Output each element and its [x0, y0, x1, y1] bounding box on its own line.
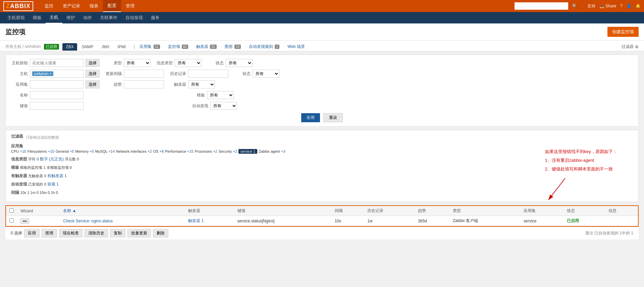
host-group-input[interactable]	[30, 59, 84, 67]
wizard-btn[interactable]: •••	[20, 218, 29, 224]
nav-monitor[interactable]: 监控	[40, 0, 58, 12]
row-checkbox[interactable]	[9, 218, 14, 223]
ftag-memory[interactable]: Memory +5	[75, 149, 94, 153]
host-tag-input[interactable]: srtAdmin ×	[30, 70, 84, 78]
appset-input[interactable]	[30, 80, 84, 88]
ftag-mysql[interactable]: MySQL +14	[95, 149, 115, 153]
ftag-1m[interactable]: 1m 0	[30, 191, 40, 195]
tab-ipmi[interactable]: IPMI	[114, 43, 129, 51]
trigger-link[interactable]: 触发器 1	[188, 218, 204, 223]
host-tag-close[interactable]: ×	[49, 72, 51, 76]
autodiscover-select[interactable]: 所有	[210, 102, 237, 110]
ftag-10m[interactable]: 10m 0	[40, 191, 51, 195]
ftag-rule-link[interactable]: 策规 1	[47, 182, 59, 187]
select-all-checkbox[interactable]	[9, 208, 14, 213]
ftag-template-monitor[interactable]: 模板的监控项 1	[20, 165, 46, 169]
sort-name-link[interactable]: 名称 ▲	[63, 208, 76, 213]
batch-disable-btn[interactable]: 禁用	[42, 229, 57, 237]
filter-summary-title: 过滤器	[11, 134, 23, 139]
infotype-section-title: 信息类型	[11, 157, 27, 161]
row-trend: 365d	[415, 216, 449, 226]
ftag-os[interactable]: OS +8	[153, 149, 164, 153]
apply-button[interactable]: 应用	[301, 113, 320, 122]
subnav-service[interactable]: 服务	[147, 12, 164, 23]
ftag-network[interactable]: Network interfaces +2	[116, 149, 152, 153]
ftag-cpu[interactable]: CPU +15	[11, 149, 26, 153]
appset-select-btn[interactable]: 选择	[86, 80, 100, 88]
subnav-maintain[interactable]: 维护	[62, 12, 79, 23]
ftag-security[interactable]: Security +2	[219, 149, 237, 153]
type-select[interactable]: 所有	[124, 59, 151, 67]
select-count: 0 选择	[11, 230, 22, 236]
batch-apply-btn[interactable]: 应用	[24, 229, 40, 237]
ftag-processes[interactable]: Processes +2	[195, 149, 217, 153]
ftag-general[interactable]: General +5	[56, 149, 74, 153]
nav-admin[interactable]: 管理	[121, 0, 139, 12]
search-input-top[interactable]	[515, 2, 568, 10]
nav-reports[interactable]: 报表	[85, 0, 103, 12]
link-web-scene[interactable]: Web 场景	[284, 43, 308, 51]
subnav-autodiscover[interactable]: 自动发现	[121, 12, 147, 23]
status2-select[interactable]: 所有	[253, 70, 279, 78]
update-interval-input[interactable]	[124, 70, 164, 78]
subnav-action[interactable]: 动作	[79, 12, 96, 23]
host-group-select-btn[interactable]: 选择	[86, 59, 100, 67]
tab-snmp[interactable]: SNMP	[78, 43, 97, 51]
ftag-nontemplate[interactable]: 非模板监控项 0	[47, 165, 72, 169]
subnav-host-group[interactable]: 主机群组	[3, 12, 29, 23]
ftag-10s[interactable]: 10s 1	[20, 191, 30, 195]
tab-jmx[interactable]: JMX	[98, 43, 113, 51]
ftag-discovered[interactable]: 已发现的 0	[28, 182, 47, 186]
tab-zbx[interactable]: ZBX	[62, 43, 77, 51]
link-monitor-item[interactable]: 监控项 61	[165, 43, 192, 51]
clear-history-btn[interactable]: 清除历史	[85, 229, 108, 237]
filter-toggle[interactable]: 过滤器 ⚙	[622, 44, 639, 50]
subnav-template[interactable]: 模板	[29, 12, 46, 23]
batch-update-btn[interactable]: 批量更新	[127, 229, 151, 237]
ftag-service-active[interactable]: service 1	[238, 149, 257, 154]
name-input[interactable]	[30, 91, 84, 99]
trend-input[interactable]	[124, 80, 164, 88]
info-type-select[interactable]: 所有	[175, 59, 202, 67]
nav-assets[interactable]: 资产记录	[58, 0, 85, 12]
ftag-1h[interactable]: 1h 0	[51, 191, 58, 195]
copy-btn[interactable]: 复制	[110, 229, 125, 237]
ftag-performance[interactable]: Performance +15	[165, 149, 194, 153]
host-select-btn[interactable]: 选择	[86, 70, 100, 78]
create-monitor-button[interactable]: 创建监控项	[607, 27, 639, 37]
template-select[interactable]: 所有	[207, 91, 234, 99]
delete-btn[interactable]: 删除	[153, 229, 168, 237]
filter-form: 主机群组 选择 类型 所有 信息类型 所有 状态 所有	[5, 55, 639, 127]
history-input[interactable]	[188, 70, 228, 78]
share-link[interactable]: 📤 Share	[599, 4, 616, 8]
ftag-number-link[interactable]: 数字 (元正负)	[40, 157, 64, 161]
enabled-tag: 已启用	[44, 44, 59, 50]
ftag-zabbix-agent[interactable]: Zabbix agent +3	[259, 149, 285, 153]
link-autodiscover-rule[interactable]: 自动发现规则 2	[246, 43, 283, 51]
check-now-btn[interactable]: 现在检查	[59, 229, 83, 237]
row-type: Zabbix 客户端	[449, 216, 521, 226]
ftag-has-trigger-link[interactable]: 有触发器 1	[47, 173, 67, 178]
support-link[interactable]: ❓ 支持	[581, 3, 595, 9]
subnav-event[interactable]: 关联事件	[96, 12, 121, 23]
search-icon[interactable]: 🔍	[572, 4, 577, 8]
nav-config[interactable]: 配置	[103, 0, 121, 12]
row-trigger: 触发器 1	[185, 216, 234, 226]
logout-icon[interactable]: 🔔	[636, 4, 641, 8]
subnav-host[interactable]: 主机	[46, 12, 62, 23]
status1-select[interactable]: 所有	[226, 59, 253, 67]
help-icon[interactable]: ?	[620, 4, 623, 8]
header-appset: 应用集	[520, 206, 564, 216]
link-graph[interactable]: 图形 10	[221, 43, 244, 51]
info-type-label: 信息类型	[156, 60, 173, 66]
trigger-select[interactable]: 所有	[188, 80, 215, 88]
key-input[interactable]	[30, 102, 84, 110]
reset-button[interactable]: 重设	[323, 113, 343, 122]
ftag-no-trigger[interactable]: 无触发器 0	[28, 174, 47, 178]
ftag-filesystems[interactable]: Filesystems +10	[28, 149, 54, 153]
row-checkbox-cell	[6, 216, 17, 226]
link-trigger[interactable]: 触发器 21	[193, 43, 220, 51]
link-appset[interactable]: 应用集 12	[136, 43, 163, 51]
item-name-link[interactable]: Check Service: nginx.status	[63, 219, 113, 223]
user-icon[interactable]: 👤	[627, 4, 632, 8]
